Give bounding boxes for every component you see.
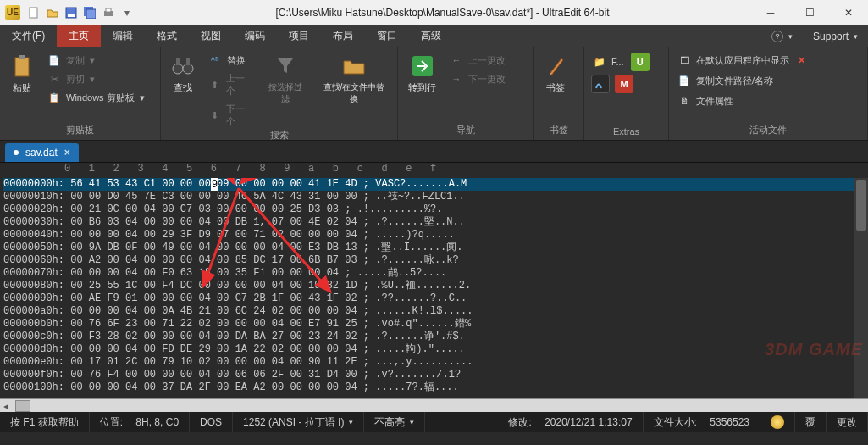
menu-project[interactable]: 项目 — [277, 25, 321, 47]
status-insertmode[interactable]: 覆 — [795, 412, 827, 432]
find-in-files-button[interactable]: 查找/在文件中替换 — [318, 53, 390, 107]
bookmark-button[interactable]: 书签 — [540, 53, 571, 96]
prev-change-button[interactable]: ←上一更改 — [448, 53, 507, 68]
menu-layout[interactable]: 布局 — [321, 25, 365, 47]
tab-label: sav.dat — [25, 147, 58, 159]
replace-icon: ᴬᴮ — [208, 53, 222, 67]
svg-rect-4 — [86, 9, 96, 19]
ribbon: 粘贴 📄复制 ▾ ✂剪切 ▾ 📋Windows 剪贴板 ▾ 剪贴板 查找 ᴬᴮ替… — [0, 47, 868, 141]
menu-encoding[interactable]: 编码 — [233, 25, 277, 47]
folder-icon: 📁 — [593, 55, 606, 69]
file-properties-button[interactable]: 🗎文件属性 — [676, 93, 810, 108]
ribbon-group-nav: 转到行 ←上一更改 →下一更改 导航 — [398, 47, 534, 140]
tab-close-icon[interactable]: × — [64, 147, 70, 159]
document-tabs: sav.dat × — [0, 141, 868, 163]
close-button[interactable]: ✕ — [829, 0, 868, 25]
menu-home[interactable]: 主页 — [57, 25, 101, 47]
hex-row[interactable]: 000000a0h: 00 00 00 04 00 0A 4B 21 00 6C… — [3, 305, 868, 318]
copy-file-path-button[interactable]: 📄复制文件路径/名称 — [676, 73, 810, 88]
smiley-icon — [771, 415, 784, 429]
hex-row[interactable]: 00000090h: 00 AE F9 01 00 00 00 04 00 C7… — [3, 292, 868, 305]
clipboard-icon: 📋 — [47, 91, 61, 104]
save-all-icon[interactable] — [83, 6, 97, 19]
qat-dropdown-icon[interactable]: ▾ — [120, 6, 134, 19]
hex-row[interactable]: 00000000h: 56 41 53 43 C1 00 00 00 09 00… — [3, 178, 868, 191]
window-title: [C:\Users\Miku Hatsune\Desktop\ManualSav… — [134, 7, 751, 19]
svg-rect-11 — [176, 58, 180, 65]
find-button[interactable]: 查找 — [168, 53, 198, 96]
folder-extras-button[interactable]: 📁F... — [591, 53, 626, 71]
group-label: 书签 — [540, 124, 577, 138]
status-encoding[interactable]: 1252 (ANSI - 拉丁语 I) ▾ — [233, 412, 364, 432]
status-smiley[interactable] — [760, 412, 795, 432]
pencil-icon — [544, 54, 567, 78]
ribbon-group-search: 查找 ᴬᴮ替换 ⬆上一个 ⬇下一个 按选择过滤 查找/在文件中替换 搜索 — [161, 47, 398, 140]
group-label: 活动文件 — [676, 124, 860, 138]
vertical-scrollbar[interactable] — [854, 178, 868, 398]
help-dropdown[interactable]: ? ▾ — [761, 25, 803, 47]
m-icon[interactable]: M — [615, 75, 633, 93]
hex-editor[interactable]: 00000000h: 56 41 53 43 C1 00 00 00 09 00… — [0, 178, 868, 398]
menu-window[interactable]: 窗口 — [365, 25, 409, 47]
ribbon-group-bookmarks: 书签 书签 — [534, 47, 584, 140]
maximize-button[interactable]: ☐ — [790, 0, 829, 25]
status-readwrite[interactable]: 更改 — [827, 412, 868, 432]
windows-clipboard-button[interactable]: 📋Windows 剪贴板 ▾ — [46, 90, 147, 105]
menu-view[interactable]: 视图 — [189, 25, 233, 47]
hex-row[interactable]: 00000020h: 00 21 0C 00 04 00 C7 03 00 00… — [3, 203, 868, 216]
hex-row[interactable]: 000000c0h: 00 F3 28 02 00 00 00 04 00 DA… — [3, 331, 868, 343]
ribbon-group-activefile: 🗔 在默认应用程序中显示 ✕ 📄复制文件路径/名称 🗎文件属性 活动文件 — [669, 47, 868, 140]
hex-row[interactable]: 00000100h: 00 00 00 04 00 37 DA 2F 00 EA… — [3, 381, 868, 394]
hex-row[interactable]: 00000030h: 00 B6 03 04 00 00 00 04 00 DB… — [3, 216, 868, 229]
new-file-icon[interactable] — [27, 6, 41, 19]
horizontal-scrollbar[interactable]: ◂ — [0, 398, 868, 412]
replace-button[interactable]: ᴬᴮ替换 — [207, 53, 254, 68]
hex-row[interactable]: 00000060h: 00 A2 00 04 00 00 00 04 00 85… — [3, 254, 868, 267]
hex-cursor: 9 — [211, 178, 218, 191]
open-file-icon[interactable] — [46, 6, 59, 19]
menu-file[interactable]: 文件(F) — [0, 25, 57, 47]
group-label: 剪贴板 — [7, 124, 153, 138]
copy-path-icon: 📄 — [677, 74, 691, 87]
copy-button[interactable]: 📄复制 ▾ — [46, 53, 147, 68]
find-prev-button[interactable]: ⬆上一个 — [207, 71, 254, 98]
arrow-right-icon: → — [450, 72, 463, 86]
next-change-button[interactable]: →下一更改 — [448, 71, 507, 86]
hex-row[interactable]: 000000f0h: 00 76 F4 00 00 00 00 04 00 06… — [3, 369, 868, 381]
hex-row[interactable]: 00000010h: 00 00 D0 45 7E C3 00 00 00 46… — [3, 191, 868, 203]
svg-rect-0 — [30, 8, 37, 18]
paste-button[interactable]: 粘贴 — [7, 53, 37, 96]
filter-button[interactable]: 按选择过滤 — [263, 53, 309, 107]
save-icon[interactable] — [64, 6, 78, 19]
menu-advanced[interactable]: 高级 — [409, 25, 453, 47]
status-highlight[interactable]: 不高亮 ▾ — [364, 412, 425, 432]
cut-button[interactable]: ✂剪切 ▾ — [46, 71, 147, 86]
hex-row[interactable]: 00000050h: 00 9A DB 0F 00 49 00 04 00 00… — [3, 242, 868, 254]
menu-format[interactable]: 格式 — [145, 25, 189, 47]
paste-icon — [10, 54, 34, 78]
hex-row[interactable]: 000000e0h: 00 17 01 2C 00 79 10 02 00 00… — [3, 356, 868, 369]
tab-savdat[interactable]: sav.dat × — [5, 143, 79, 162]
hex-row[interactable]: 000000d0h: 00 00 00 04 00 FD DE 29 00 1A… — [3, 343, 868, 356]
status-filesize: 文件大小: 5356523 — [644, 412, 760, 432]
goto-line-button[interactable]: 转到行 — [405, 53, 440, 96]
hex-row[interactable]: 00000070h: 00 00 00 04 00 F0 63 18 00 35… — [3, 267, 868, 280]
x-red-icon: ✕ — [794, 53, 808, 67]
support-link[interactable]: Support ▾ — [803, 25, 868, 47]
hex-row[interactable]: 00000080h: 00 25 55 1C 00 F4 DC 00 00 00… — [3, 280, 868, 292]
status-lineending[interactable]: DOS — [190, 412, 233, 432]
arrow-up-icon: ⬆ — [208, 78, 221, 92]
minimize-button[interactable]: ─ — [751, 0, 790, 25]
app-icon: 🗔 — [677, 53, 691, 67]
svg-rect-6 — [106, 8, 111, 12]
find-next-button[interactable]: ⬇下一个 — [207, 102, 254, 129]
hex-row[interactable]: 000000b0h: 00 76 6F 23 00 71 22 02 00 00… — [3, 318, 868, 331]
open-default-app-button[interactable]: 🗔 在默认应用程序中显示 ✕ — [676, 53, 810, 68]
menu-edit[interactable]: 编辑 — [101, 25, 145, 47]
folder-search-icon — [342, 54, 366, 78]
hex-column-ruler: 0 1 2 3 4 5 6 7 8 9 a b c d e f — [0, 163, 868, 178]
hex-row[interactable]: 00000040h: 00 00 00 04 00 29 3F D9 07 00… — [3, 229, 868, 242]
script-icon[interactable] — [591, 75, 610, 93]
uc-icon[interactable]: U — [631, 53, 650, 71]
print-icon[interactable] — [102, 6, 115, 19]
